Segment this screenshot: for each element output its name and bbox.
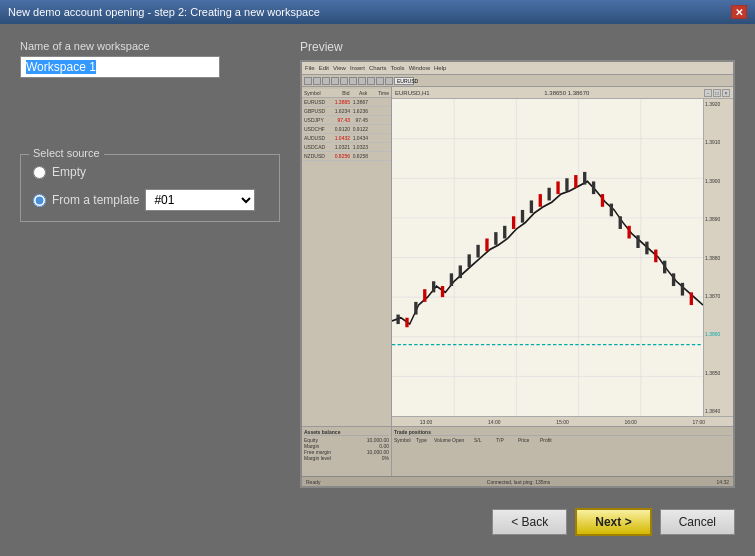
close-button[interactable]: ✕	[731, 5, 747, 19]
price-8: 1.3850	[705, 370, 732, 376]
svg-rect-35	[610, 204, 613, 217]
svg-rect-40	[654, 250, 657, 263]
time-3: 15:00	[556, 419, 569, 425]
svg-rect-26	[530, 200, 533, 213]
svg-rect-27	[539, 194, 542, 207]
toolbar-btn-7	[358, 77, 366, 85]
time-5: 17:00	[693, 419, 706, 425]
chart-menu-window: Window	[409, 65, 430, 71]
chart-price-info: 1.38650 1.38670	[544, 90, 589, 96]
svg-rect-13	[414, 302, 417, 315]
chart-menu-edit: Edit	[319, 65, 329, 71]
svg-rect-36	[619, 216, 622, 229]
toolbar-btn-10	[385, 77, 393, 85]
workspace-name-input[interactable]	[20, 56, 220, 78]
toolbar-btn-6	[349, 77, 357, 85]
data-row-3: USDJPY 97.43 97.45	[302, 116, 391, 125]
status-time: 14:32	[716, 479, 729, 485]
svg-rect-15	[432, 281, 435, 292]
next-button[interactable]: Next >	[575, 508, 651, 536]
svg-rect-16	[441, 286, 444, 297]
price-3: 1.3900	[705, 178, 732, 184]
left-panel: Name of a new workspace Select source Em…	[20, 40, 280, 488]
template-label[interactable]: From a template	[52, 193, 139, 207]
svg-rect-23	[503, 226, 506, 239]
template-radio[interactable]	[33, 194, 46, 207]
chart-menu-insert: Insert	[350, 65, 365, 71]
chart-minimize-btn: -	[704, 89, 712, 97]
price-7: 1.3860	[705, 331, 732, 337]
toolbar-btn-9	[376, 77, 384, 85]
svg-rect-39	[645, 242, 648, 255]
data-row-4: USDCHF 0.9120 0.9122	[302, 125, 391, 134]
status-server: Connected, last ping: 135ms	[487, 479, 550, 485]
svg-rect-42	[672, 273, 675, 286]
svg-rect-21	[485, 238, 488, 251]
workspace-name-label: Name of a new workspace	[20, 40, 280, 52]
svg-rect-33	[592, 181, 595, 194]
chart-title-bar: EURUSD,H1 1.38650 1.38670 - □ ×	[392, 87, 733, 99]
svg-rect-28	[548, 188, 551, 201]
svg-rect-24	[512, 216, 515, 229]
chart-menu-view: View	[333, 65, 346, 71]
svg-rect-18	[459, 265, 462, 278]
data-row-2: GBPUSD 1.6234 1.6236	[302, 107, 391, 116]
chart-menu-file: File	[305, 65, 315, 71]
svg-rect-44	[690, 292, 693, 305]
svg-rect-20	[476, 245, 479, 258]
window-title: New demo account opening - step 2: Creat…	[8, 6, 320, 18]
chart-menu-tools: Tools	[391, 65, 405, 71]
price-chart-svg	[392, 99, 703, 416]
data-row-7: NZDUSD 0.8256 0.8258	[302, 152, 391, 161]
chart-canvas-area	[392, 99, 703, 416]
empty-label[interactable]: Empty	[52, 165, 86, 179]
col-headers: Symbol Bid Ask Time	[302, 89, 391, 98]
right-panel: Preview File Edit View Insert Charts Too…	[300, 40, 735, 488]
main-window: New demo account opening - step 2: Creat…	[0, 0, 755, 556]
price-4: 1.3890	[705, 216, 732, 222]
price-5: 1.3880	[705, 255, 732, 261]
toolbar-btn-1	[304, 77, 312, 85]
bottom-info-panel: Assets balance Equity 10,000.00 Margin 0…	[302, 426, 733, 476]
template-select[interactable]: #01 #02 #03	[145, 189, 255, 211]
status-bar: Ready Connected, last ping: 135ms 14:32	[302, 476, 733, 486]
time-axis: 13:00 14:00 15:00 16:00 17:00	[392, 416, 733, 426]
positions-header: Assets balance	[304, 429, 389, 436]
level-row: Margin level 0%	[304, 455, 389, 461]
data-row-1: EURUSD 1.3865 1.3867	[302, 98, 391, 107]
data-row-6: USDCAD 1.0321 1.0323	[302, 143, 391, 152]
pair-label: EURUSD	[394, 77, 414, 85]
svg-rect-30	[565, 178, 568, 191]
cancel-button[interactable]: Cancel	[660, 509, 735, 535]
svg-rect-14	[423, 289, 426, 302]
workspace-name-group: Name of a new workspace	[20, 40, 280, 78]
svg-rect-25	[521, 210, 524, 223]
empty-radio-row: Empty	[33, 165, 267, 179]
status-ready: Ready	[306, 479, 320, 485]
price-1: 1.3920	[705, 101, 732, 107]
back-button[interactable]: < Back	[492, 509, 567, 535]
preview-box: File Edit View Insert Charts Tools Windo…	[300, 60, 735, 488]
time-2: 14:00	[488, 419, 501, 425]
template-radio-row: From a template #01 #02 #03	[33, 189, 267, 211]
source-legend: Select source	[29, 147, 104, 159]
chart-menu-charts: Charts	[369, 65, 387, 71]
svg-rect-12	[405, 318, 408, 328]
svg-rect-32	[583, 172, 586, 185]
time-4: 16:00	[624, 419, 637, 425]
svg-rect-11	[396, 315, 399, 325]
toolbar-btn-3	[322, 77, 330, 85]
svg-rect-43	[681, 283, 684, 296]
price-6: 1.3870	[705, 293, 732, 299]
chart-close-btn: ×	[722, 89, 730, 97]
svg-rect-31	[574, 175, 577, 188]
price-9: 1.3840	[705, 408, 732, 414]
empty-radio[interactable]	[33, 166, 46, 179]
svg-rect-38	[636, 235, 639, 248]
main-area: Name of a new workspace Select source Em…	[20, 40, 735, 488]
time-1: 13:00	[420, 419, 433, 425]
price-axis: 1.3920 1.3910 1.3900 1.3890 1.3880 1.387…	[703, 99, 733, 416]
data-row-5: AUDUSD 1.0432 1.0434	[302, 134, 391, 143]
svg-rect-37	[627, 226, 630, 239]
toolbar-btn-5	[340, 77, 348, 85]
